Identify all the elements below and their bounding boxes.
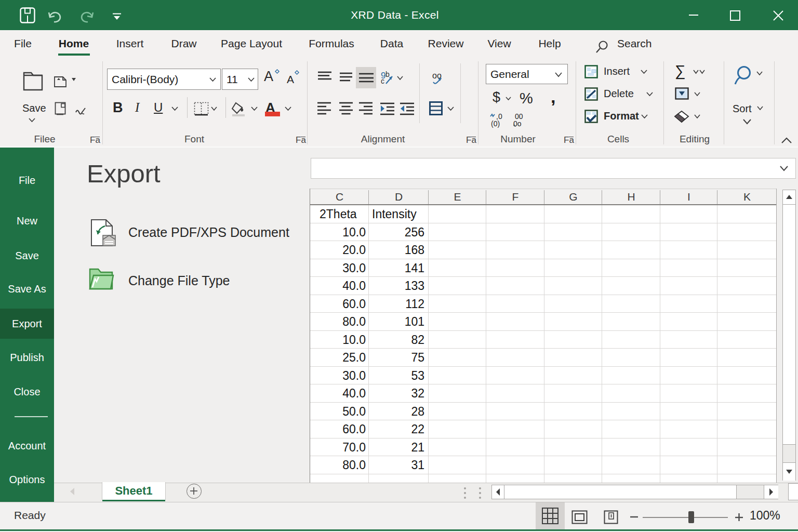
- change-file-type-button[interactable]: Change File Type: [128, 273, 230, 288]
- scroll-up-button[interactable]: [783, 190, 795, 205]
- maximize-button[interactable]: [726, 6, 744, 25]
- font-color-dropdown-icon[interactable]: [285, 107, 291, 111]
- vertical-scrollbar[interactable]: [782, 190, 796, 481]
- zoom-in-button[interactable]: [735, 513, 743, 522]
- cell[interactable]: 141: [369, 259, 428, 277]
- sort-button[interactable]: Sort: [733, 103, 752, 115]
- sort-dropdown-icon[interactable]: [757, 106, 763, 111]
- formula-bar[interactable]: [311, 158, 796, 179]
- accounting-format-icon[interactable]: $: [493, 89, 500, 105]
- zoom-slider-thumb[interactable]: [688, 511, 694, 523]
- autosum-dropdown-icon[interactable]: [693, 70, 706, 74]
- italic-icon[interactable]: I: [135, 100, 139, 115]
- delete-cells-button[interactable]: Delete: [604, 88, 634, 100]
- backstage-item-new[interactable]: New: [0, 210, 54, 231]
- number-format-select[interactable]: General: [486, 64, 568, 84]
- decrease-indent-icon[interactable]: [380, 102, 394, 115]
- cell[interactable]: 80.0: [310, 313, 368, 330]
- cell[interactable]: 75: [369, 349, 428, 366]
- ribbon-tab-formulas[interactable]: Formulas: [309, 30, 354, 58]
- cell[interactable]: 21: [369, 438, 428, 456]
- horizontal-scrollbar[interactable]: [491, 485, 778, 499]
- format-cells-button[interactable]: Format: [604, 110, 639, 122]
- cell[interactable]: 101: [369, 313, 428, 330]
- cell[interactable]: Intensity: [369, 205, 428, 223]
- ribbon-tab-insert[interactable]: Insert: [116, 30, 144, 58]
- cell[interactable]: 133: [369, 277, 428, 295]
- horizontal-scroll-thumb[interactable]: [504, 485, 737, 499]
- top-align-icon[interactable]: [318, 71, 331, 79]
- save-dropdown-icon[interactable]: [29, 118, 35, 123]
- format-dropdown-icon[interactable]: [641, 114, 648, 119]
- vertical-scroll-thumb[interactable]: [783, 205, 795, 445]
- close-button[interactable]: [769, 6, 788, 25]
- cell[interactable]: 20.0: [310, 241, 368, 259]
- document-save-icon[interactable]: [55, 102, 67, 116]
- percent-format-icon[interactable]: %: [520, 90, 533, 107]
- sheet-nav-left-icon[interactable]: [70, 487, 75, 496]
- cell[interactable]: 53: [369, 367, 428, 384]
- cell[interactable]: 2Theta: [310, 205, 368, 223]
- cell[interactable]: 256: [369, 223, 428, 241]
- column-header-G[interactable]: G: [544, 189, 602, 205]
- filter-dropdown-icon[interactable]: [694, 92, 700, 97]
- insert-cells-icon[interactable]: [584, 65, 598, 78]
- bold-icon[interactable]: B: [113, 100, 123, 116]
- page-layout-view-button[interactable]: [571, 510, 588, 525]
- comma-format-icon[interactable]: ,: [551, 87, 555, 107]
- ribbon-tab-review[interactable]: Review: [428, 30, 464, 58]
- column-header-E[interactable]: E: [429, 189, 486, 205]
- scroll-left-button[interactable]: [492, 485, 504, 499]
- paste-dropdown-icon[interactable]: [71, 77, 76, 82]
- cell[interactable]: 60.0: [310, 295, 368, 313]
- cell[interactable]: 25.0: [310, 349, 368, 366]
- ribbon-tab-view[interactable]: View: [487, 30, 511, 58]
- page-break-view-button[interactable]: [604, 510, 618, 525]
- create-pdf-xps-button[interactable]: Create PDF/XPS Document: [128, 225, 289, 240]
- backstage-item-save[interactable]: Save: [0, 245, 54, 266]
- insert-cells-button[interactable]: Insert: [604, 65, 630, 77]
- middle-align-icon[interactable]: [340, 72, 352, 82]
- cell[interactable]: 80.0: [310, 456, 368, 474]
- ribbon-tab-data[interactable]: Data: [380, 30, 403, 58]
- grow-font-icon[interactable]: A: [264, 69, 273, 85]
- zoom-level-label[interactable]: 100%: [750, 502, 780, 529]
- underline-icon[interactable]: U: [154, 100, 163, 115]
- orientation-dropdown-icon[interactable]: [397, 76, 403, 81]
- align-left-icon[interactable]: [317, 102, 331, 115]
- font-name-select[interactable]: Calibri-(Body): [107, 69, 221, 90]
- tab-splitter-dots-icon[interactable]: [463, 486, 486, 500]
- wrap-text-icon[interactable]: oo: [432, 72, 445, 85]
- format-cells-icon[interactable]: [584, 110, 598, 123]
- orientation-icon[interactable]: 9 b c: [381, 71, 394, 85]
- font-size-select[interactable]: 11: [222, 69, 258, 90]
- shrink-font-icon[interactable]: A: [287, 73, 294, 86]
- backstage-item-account[interactable]: Account: [0, 435, 54, 456]
- align-center-icon[interactable]: [339, 102, 353, 115]
- zoom-slider-track[interactable]: [643, 517, 728, 518]
- zoom-out-button[interactable]: [630, 516, 639, 518]
- cell[interactable]: 10.0: [310, 331, 368, 349]
- borders-dropdown-icon[interactable]: [211, 107, 217, 111]
- delete-cells-icon[interactable]: [584, 87, 598, 101]
- column-header-K[interactable]: K: [717, 189, 777, 205]
- cell[interactable]: 82: [369, 331, 428, 349]
- sort-filter-icon[interactable]: [675, 87, 689, 100]
- underline-dropdown-icon[interactable]: [171, 107, 178, 111]
- cell[interactable]: 32: [369, 384, 428, 402]
- insert-dropdown-icon[interactable]: [641, 70, 647, 74]
- bottom-align-icon[interactable]: [359, 72, 374, 83]
- sheet-tab[interactable]: Sheet1: [102, 482, 166, 500]
- fill-color-dropdown-icon[interactable]: [251, 107, 258, 111]
- borders-icon[interactable]: [194, 102, 209, 116]
- collapse-ribbon-icon[interactable]: [781, 137, 792, 144]
- cell[interactable]: 168: [369, 241, 428, 259]
- cell[interactable]: 10.0: [310, 223, 368, 241]
- clear-eraser-icon[interactable]: [674, 111, 689, 123]
- backstage-item-options[interactable]: Options: [0, 469, 54, 490]
- cell[interactable]: 60.0: [310, 420, 368, 438]
- cell[interactable]: 31: [369, 456, 428, 474]
- cell[interactable]: 30.0: [310, 367, 368, 384]
- find-dropdown-icon[interactable]: [756, 71, 763, 76]
- fill-color-icon[interactable]: [231, 101, 246, 116]
